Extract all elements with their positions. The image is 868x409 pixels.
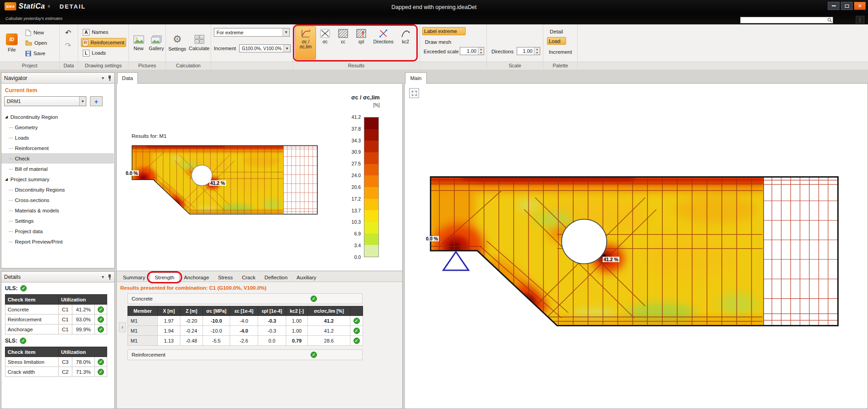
result-epsilon-c-button[interactable]: εc (334, 26, 352, 60)
ribbon-group-scale: Directions 1.00 ▲▼ Scale (487, 24, 543, 70)
tree-item-discontinuity-regions[interactable]: Discontinuity Regions (1, 184, 114, 195)
fit-view-button[interactable] (409, 88, 419, 98)
reinforcement-toggle[interactable]: R Reinforcement (81, 38, 126, 47)
tab-data[interactable]: Data (117, 72, 138, 84)
table-row[interactable]: Crack widthC271.3% (5, 367, 107, 377)
tab-crack[interactable]: Crack (237, 273, 260, 282)
pass-icon (98, 306, 104, 313)
increment-combo[interactable]: G100.0%, V100.0% ▼ (239, 44, 291, 52)
svg-text:+: + (201, 40, 203, 44)
tree-item-project-data[interactable]: Project data (1, 226, 114, 236)
tab-main[interactable]: Main (405, 72, 427, 84)
pass-icon (98, 359, 104, 365)
palette-increment-button[interactable]: Increment (547, 47, 574, 56)
table-row[interactable]: ConcreteC141.2% (5, 305, 107, 315)
chevron-down-icon: ▼ (79, 97, 86, 106)
minimize-button[interactable] (828, 2, 840, 10)
tree-item-bill-of-material[interactable]: Bill of material (1, 164, 114, 174)
expand-row-icon[interactable]: › (119, 322, 126, 332)
tree-label: Discontinuity Regions (15, 187, 65, 193)
tree-label: Discontinuity Region (10, 114, 58, 120)
pin-icon[interactable] (108, 274, 112, 280)
undo-button[interactable]: ↶ (63, 28, 73, 37)
tree-expand-icon[interactable]: ◢ (5, 177, 10, 181)
navigator-tree: ◢Discontinuity Region Geometry Loads Rei… (1, 112, 114, 247)
settings-button[interactable]: ⚙ Settings (167, 27, 187, 59)
result-directions-button[interactable]: Directions (370, 26, 396, 60)
tab-auxiliary[interactable]: Auxiliary (292, 273, 321, 282)
result-epsilon-pl-button[interactable]: ! εpl (352, 26, 370, 60)
palette-detail-button[interactable]: Detail (548, 27, 565, 36)
tab-anchorage[interactable]: Anchorage (179, 273, 214, 282)
picture-new-button[interactable]: New (131, 27, 146, 59)
result-sigma-c-button[interactable]: σc (316, 26, 334, 60)
table-row[interactable]: M1 1.94 -0.24 -10.0 -4.0 -0.3 1.00 41.2 (128, 326, 363, 336)
tab-stress[interactable]: Stress (213, 273, 237, 282)
result-sigma-ratio-button[interactable]: σc / σc,lim (295, 26, 316, 60)
panel-dropdown-icon[interactable]: ▾ (102, 274, 104, 279)
table-row[interactable]: ReinforcementC193.0% (5, 315, 107, 324)
gallery-icon (151, 35, 162, 44)
maximize-button[interactable] (841, 2, 853, 10)
palette-load-button[interactable]: Load (547, 37, 566, 45)
redo-button[interactable]: ↷ (63, 41, 73, 50)
tree-label: Reinforcement (15, 146, 49, 151)
reinforcement-section-header[interactable]: Reinforcement (127, 349, 363, 360)
tree-section-discontinuity-region[interactable]: ◢Discontinuity Region (1, 112, 114, 122)
spinner-arrows-icon[interactable]: ▲▼ (478, 47, 484, 55)
table-row[interactable]: M1 1.97 -0.20 -10.0 -4.0 -0.3 1.00 41.2 (128, 316, 363, 326)
current-item-combo[interactable]: DRM1 ▼ (4, 96, 86, 106)
menu-dots-button[interactable]: ⋮ (856, 16, 864, 24)
tab-deflection[interactable]: Deflection (260, 273, 292, 282)
app-name: DETAIL (60, 3, 86, 10)
tree-item-reinforcement[interactable]: Reinforcement (1, 143, 114, 153)
tree-label: Materials & models (15, 208, 59, 213)
tree-expand-icon[interactable]: ◢ (5, 115, 10, 119)
table-row[interactable]: M1 1.13 -0.48 -5.5 -2.6 0.0 0.79 28.6 (128, 336, 363, 346)
tree-item-check[interactable]: Check (1, 153, 114, 164)
tree-item-settings[interactable]: Settings (1, 216, 114, 226)
calculate-button[interactable]: +−−+ Calculate (189, 27, 210, 59)
file-button[interactable]: ID File (3, 27, 21, 59)
legend-ticks: 41.2 37.8 34.3 30.9 27.5 24.0 20.6 17.2 … (333, 114, 361, 260)
exceeded-scale-spinner[interactable]: 1.00 ▲▼ (460, 47, 484, 55)
tab-strength[interactable]: Strength (150, 273, 179, 282)
loads-toggle[interactable]: L Loads (81, 48, 108, 57)
new-button[interactable]: New (24, 28, 46, 37)
open-button-label: Open (34, 40, 47, 46)
table-row[interactable]: Stress limitationC378.0% (5, 357, 107, 367)
concrete-section-label: Concrete (132, 296, 153, 301)
tree-label: Loads (15, 135, 29, 141)
label-extreme-toggle[interactable]: Label extreme (422, 27, 466, 35)
tree-item-geometry[interactable]: Geometry (1, 122, 114, 132)
tree-item-cross-sections[interactable]: Cross-sections (1, 195, 114, 205)
scale-directions-label: Directions (491, 49, 514, 54)
scale-directions-spinner[interactable]: 1.00 ▲▼ (517, 47, 540, 55)
tree-item-loads[interactable]: Loads (1, 132, 114, 143)
open-button[interactable]: Open (24, 38, 49, 47)
tab-summary[interactable]: Summary (118, 273, 150, 282)
close-button[interactable]: ✕ (854, 2, 866, 10)
pin-icon[interactable] (108, 75, 112, 81)
draw-mesh-toggle[interactable]: Draw mesh (423, 38, 453, 47)
result-kc2-button[interactable]: kc2 (396, 26, 415, 60)
search-icon[interactable] (826, 17, 833, 23)
extreme-combo[interactable]: For extreme ▼ (214, 28, 290, 37)
save-button[interactable]: Save (24, 49, 47, 58)
gallery-button[interactable]: Gallery (148, 27, 165, 59)
tree-section-project-summary[interactable]: ◢Project summary (1, 174, 114, 184)
add-item-button[interactable]: + (90, 96, 103, 106)
spinner-arrows-icon[interactable]: ▲▼ (534, 47, 540, 55)
tree-item-materials-models[interactable]: Materials & models (1, 205, 114, 216)
tree-item-report-preview-print[interactable]: Report Preview/Print (1, 236, 114, 247)
tree-label: Settings (15, 218, 34, 224)
table-row[interactable]: AnchorageC199.9% (5, 324, 107, 334)
search-input[interactable] (741, 17, 826, 23)
ribbon-group-palette: Detail Load Increment Palette (543, 24, 578, 70)
legend-colorbar (364, 117, 379, 257)
panel-dropdown-icon[interactable]: ▾ (102, 75, 104, 80)
concrete-section-header[interactable]: Concrete (127, 293, 363, 304)
pass-icon (311, 296, 317, 302)
save-button-label: Save (33, 51, 45, 56)
names-toggle[interactable]: A Names (81, 28, 110, 37)
